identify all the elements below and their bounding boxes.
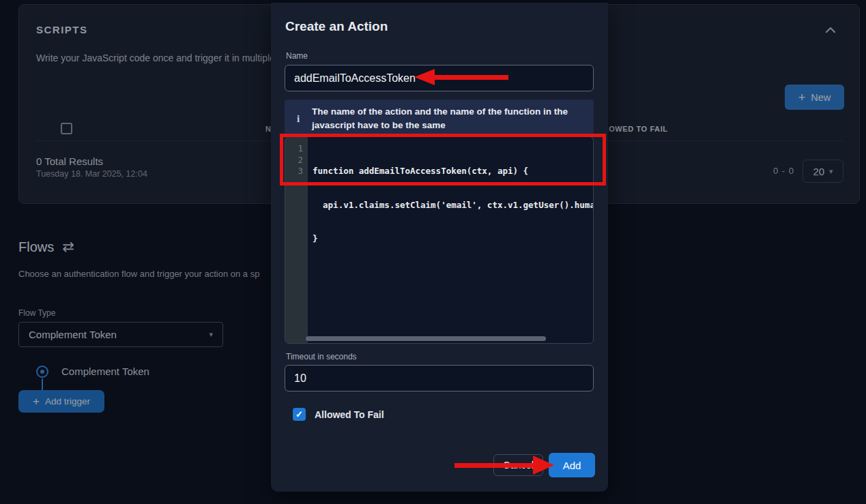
page: SCRIPTS Write your JavaScript code once … xyxy=(0,0,866,504)
code-line: function addEmailToAccessToken(ctx, api)… xyxy=(313,166,593,177)
horizontal-scrollbar[interactable] xyxy=(306,336,546,341)
code-line: } xyxy=(313,233,593,245)
name-label: Name xyxy=(286,51,308,61)
add-button[interactable]: Add xyxy=(549,453,595,477)
allowed-to-fail-label: Allowed To Fail xyxy=(315,409,384,420)
name-input[interactable] xyxy=(285,65,594,91)
line-number: 3 xyxy=(285,166,303,177)
create-action-modal: Create an Action Name i The name of the … xyxy=(271,3,608,492)
code-editor[interactable]: 1 2 3 function addEmailToAccessToken(ctx… xyxy=(285,136,594,344)
info-banner-text: The name of the action and the name of t… xyxy=(312,105,581,133)
line-number: 1 xyxy=(285,143,303,155)
allowed-to-fail-checkbox[interactable]: ✓ xyxy=(293,408,306,421)
code-content[interactable]: function addEmailToAccessToken(ctx, api)… xyxy=(308,137,593,343)
timeout-label: Timeout in seconds xyxy=(286,352,357,361)
info-banner: i The name of the action and the name of… xyxy=(285,100,594,138)
line-number: 2 xyxy=(285,155,303,166)
allowed-to-fail-row: ✓ Allowed To Fail xyxy=(293,408,384,421)
code-line: api.v1.claims.setClaim('email', ctx.v1.g… xyxy=(313,200,593,211)
cancel-button[interactable]: Cancel xyxy=(493,454,543,476)
info-icon: i xyxy=(285,113,312,125)
modal-title: Create an Action xyxy=(285,19,388,34)
timeout-input[interactable] xyxy=(285,365,594,391)
line-number-gutter: 1 2 3 xyxy=(285,137,308,343)
checkmark-icon: ✓ xyxy=(295,409,303,419)
